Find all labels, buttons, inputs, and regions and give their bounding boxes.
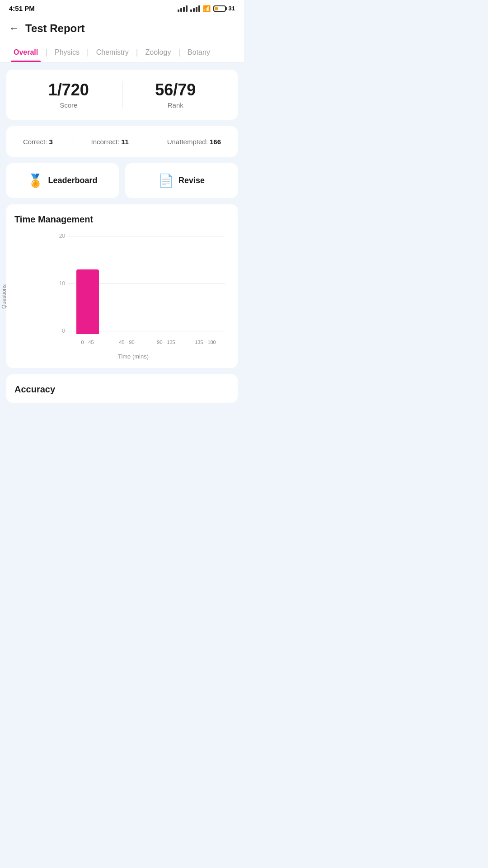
- rank-value: 56/79: [122, 80, 229, 99]
- leaderboard-button[interactable]: 🏅 Leaderboard: [6, 163, 119, 198]
- revise-button[interactable]: 📄 Revise: [125, 163, 238, 198]
- unattempted-value: 166: [210, 138, 221, 146]
- status-icons: 📶 31: [178, 5, 235, 12]
- tabs-container: Overall | Physics | Chemistry | Zoology …: [0, 42, 244, 62]
- score-card: 1/720 Score 56/79 Rank: [6, 70, 238, 120]
- rank-section: 56/79 Rank: [122, 80, 229, 109]
- grid-label-10: 10: [55, 280, 65, 287]
- grid-label-20: 20: [55, 233, 65, 239]
- page-title: Test Report: [25, 22, 85, 35]
- score-value: 1/720: [15, 80, 122, 99]
- chart-title: Time Management: [14, 214, 230, 225]
- tab-divider-1: |: [44, 47, 48, 57]
- correct-label: Correct:: [23, 138, 47, 146]
- correct-stat: Correct: 3: [23, 138, 53, 146]
- tab-divider-3: |: [135, 47, 139, 57]
- revise-label: Revise: [178, 176, 205, 185]
- incorrect-label: Incorrect:: [91, 138, 120, 146]
- status-bar: 4:51 PM 📶 31: [0, 0, 244, 15]
- chart-bars: [68, 242, 225, 334]
- status-time: 4:51 PM: [9, 5, 35, 12]
- wifi-icon: 📶: [203, 5, 211, 12]
- x-axis: 0 - 4545 - 9090 - 135135 - 180: [68, 334, 225, 350]
- y-axis-label: Questions: [1, 284, 7, 308]
- action-row: 🏅 Leaderboard 📄 Revise: [6, 163, 238, 198]
- battery-icon: [213, 5, 226, 12]
- signal-icon-2: [190, 5, 200, 12]
- tab-chemistry[interactable]: Chemistry: [90, 42, 135, 62]
- unattempted-label: Unattempted:: [167, 138, 208, 146]
- unattempted-stat: Unattempted: 166: [167, 138, 221, 146]
- header: ← Test Report: [0, 15, 244, 42]
- score-label: Score: [15, 101, 122, 109]
- stat-divider-2: [148, 135, 148, 148]
- stats-card: Correct: 3 Incorrect: 11 Unattempted: 16…: [6, 126, 238, 157]
- incorrect-value: 11: [121, 138, 129, 146]
- tab-physics[interactable]: Physics: [48, 42, 86, 62]
- back-button[interactable]: ←: [9, 24, 19, 33]
- main-content: 1/720 Score 56/79 Rank Correct: 3 Incorr…: [0, 62, 244, 410]
- x-label-3: 135 - 180: [186, 334, 225, 350]
- stat-divider-1: [72, 135, 72, 148]
- revise-icon: 📄: [158, 173, 174, 188]
- chart-area: 20 10 0 0 - 4545 - 9: [55, 233, 225, 350]
- x-label-1: 45 - 90: [107, 334, 146, 350]
- bar-group-0: [68, 269, 107, 334]
- grid-line-20: 20: [55, 233, 225, 239]
- accuracy-card: Accuracy: [6, 374, 238, 403]
- correct-value: 3: [49, 138, 52, 146]
- leaderboard-icon: 🏅: [28, 173, 43, 188]
- signal-icon-1: [178, 5, 188, 12]
- tab-divider-2: |: [86, 47, 90, 57]
- tab-divider-4: |: [177, 47, 181, 57]
- tab-overall[interactable]: Overall: [7, 42, 44, 62]
- battery-percent: 31: [229, 5, 235, 12]
- x-label-0: 0 - 45: [68, 334, 107, 350]
- x-axis-title: Time (mins): [37, 353, 230, 360]
- tab-botany[interactable]: Botany: [181, 42, 216, 62]
- leaderboard-label: Leaderboard: [48, 176, 97, 185]
- accuracy-title: Accuracy: [14, 384, 230, 395]
- score-section: 1/720 Score: [15, 80, 122, 109]
- x-label-2: 90 - 135: [146, 334, 186, 350]
- rank-label: Rank: [122, 101, 229, 109]
- incorrect-stat: Incorrect: 11: [91, 138, 129, 146]
- time-management-card: Time Management Questions 20 10 0: [6, 204, 238, 368]
- grid-label-0: 0: [55, 328, 65, 334]
- tab-zoology[interactable]: Zoology: [139, 42, 177, 62]
